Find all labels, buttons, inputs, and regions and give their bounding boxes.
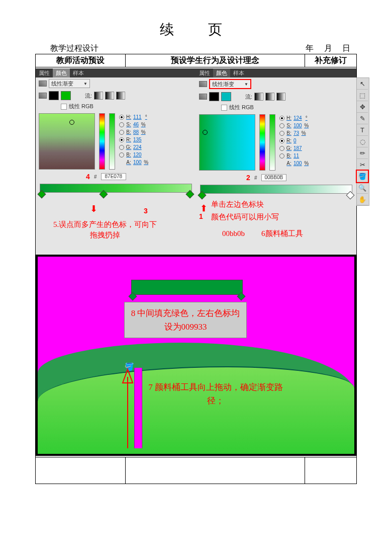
hex-input[interactable]: 00BB0B <box>261 174 286 181</box>
radio-h[interactable] <box>119 115 124 120</box>
linear-row: 线性 RGB <box>36 102 196 111</box>
gradient-preview-bar[interactable] <box>131 280 243 295</box>
hex-row: 2 # 00BB0B <box>196 173 356 183</box>
radio-b2[interactable] <box>119 152 124 157</box>
up-arrow-icon: ⬇ <box>200 202 208 213</box>
tool-zoom[interactable]: 🔍 <box>357 182 368 194</box>
tool-ellipse[interactable]: ◌ <box>357 136 368 147</box>
color-stop[interactable] <box>198 191 207 200</box>
header-date: 年 月 日 <box>306 43 354 54</box>
color-panel-right: 属性 颜色 样本 线性渐变▼ 流: <box>196 68 356 255</box>
swatch-cyan[interactable] <box>221 92 231 101</box>
flow-3[interactable] <box>276 93 285 101</box>
flow-1[interactable] <box>254 93 263 101</box>
gradient-type-dropdown[interactable]: 线性渐变▼ <box>49 79 90 88</box>
radio-r[interactable] <box>279 138 284 143</box>
tab-properties[interactable]: 属性 <box>36 68 53 77</box>
hue-slider[interactable] <box>99 113 105 170</box>
color-stop[interactable] <box>38 190 46 199</box>
linear-checkbox[interactable] <box>221 105 227 111</box>
tab-color[interactable]: 颜色 <box>53 68 70 77</box>
tool-hand[interactable]: ✋ <box>357 194 368 205</box>
anno-r-text2: 颜色代码可以用小写 <box>211 212 279 222</box>
radio-h[interactable] <box>279 116 284 121</box>
value-readouts: H:111° S:46% B:88% R:135 G:224 B:120 A:1… <box>119 113 193 170</box>
tab-properties[interactable]: 属性 <box>196 68 213 77</box>
anno-1-num: 1 <box>199 212 203 220</box>
radio-b[interactable] <box>279 131 284 136</box>
swatch-black[interactable] <box>49 91 59 100</box>
tab-swatches[interactable]: 样本 <box>70 68 87 77</box>
radio-g[interactable] <box>279 146 284 151</box>
swatch-row: 流: <box>196 91 356 103</box>
color-stop[interactable] <box>186 190 194 199</box>
callout-8: 8 中间填充绿色，左右色标均设为009933 <box>124 302 247 338</box>
flow-1[interactable] <box>94 92 103 100</box>
color-stop[interactable] <box>346 191 355 200</box>
pencil-icon <box>39 93 47 99</box>
anno-4: 4 <box>86 173 90 181</box>
tool-pencil[interactable]: ✏ <box>357 147 368 159</box>
anno-2: 2 <box>246 174 250 182</box>
header-row: 教学过程设计 年 月 日 <box>35 43 357 54</box>
picker-row: H:124° S:100% B:73% R:0 G:187 B:11 A:100… <box>196 112 356 173</box>
radio-b[interactable] <box>119 130 124 135</box>
brush-icon <box>39 81 47 87</box>
panel-tabs: 属性 颜色 样本 <box>196 68 356 77</box>
radio-s[interactable] <box>119 122 124 127</box>
hex-input[interactable]: 87E078 <box>101 173 126 180</box>
tool-text[interactable]: T <box>357 124 368 136</box>
page-title: 续 页 <box>35 20 357 39</box>
col-1: 教师活动预设 <box>36 54 126 67</box>
color-field[interactable] <box>199 114 255 171</box>
sat-slider[interactable] <box>109 113 115 170</box>
linear-label: 线性 RGB <box>229 104 254 111</box>
picker-cursor-icon <box>203 130 208 135</box>
flow-2[interactable] <box>265 93 274 101</box>
gradient-type-dropdown[interactable]: 线性渐变▼ <box>209 79 251 89</box>
tool-select[interactable]: ↖ <box>357 78 368 90</box>
brush-icon <box>199 81 207 87</box>
column-headers: 教师活动预设 预设学生行为及设计理念 补充修订 <box>36 54 357 67</box>
anno-r-text4: 6颜料桶工具 <box>261 228 303 239</box>
tab-color[interactable]: 颜色 <box>213 68 230 77</box>
swatch-black[interactable] <box>209 92 219 101</box>
hue-slider[interactable] <box>259 114 265 171</box>
col-3: 补充修订 <box>305 54 357 67</box>
picker-cursor-icon <box>69 120 74 125</box>
page: 续 页 教学过程设计 年 月 日 教师活动预设 预设学生行为及设计理念 补充修订… <box>0 0 392 555</box>
anno-3: 3 <box>144 207 148 215</box>
layout-table: 教师活动预设 预设学生行为及设计理念 补充修订 属性 颜色 样本 <box>35 54 357 484</box>
tool-bucket[interactable]: 🪣 <box>357 171 368 182</box>
linear-checkbox[interactable] <box>61 104 67 110</box>
color-field[interactable] <box>39 113 95 170</box>
gradient-strip[interactable] <box>40 184 192 193</box>
radio-r[interactable] <box>119 137 124 142</box>
tab-swatches[interactable]: 样本 <box>230 68 247 77</box>
anno-5-text: 5.误点而多产生的色标，可向下拖拽扔掉 <box>50 219 160 241</box>
drag-path-indicator <box>134 368 142 448</box>
color-stop[interactable] <box>100 190 108 199</box>
flow-2[interactable] <box>105 92 114 100</box>
down-arrow-icon: ⬇ <box>90 203 97 214</box>
flow-label: 流: <box>245 93 252 101</box>
flow-3[interactable] <box>116 92 125 100</box>
empty-row <box>36 457 357 484</box>
hex-row: 4 # 87E078 <box>36 172 196 182</box>
tool-rect[interactable]: ⬚ <box>357 90 368 101</box>
flow-label: 流: <box>85 92 92 100</box>
tool-transform[interactable]: ✥ <box>357 101 368 113</box>
radio-g[interactable] <box>119 145 124 150</box>
header-label: 教学过程设计 <box>50 43 99 54</box>
swatch-green[interactable] <box>61 91 71 100</box>
pencil-icon <box>199 94 207 100</box>
radio-b2[interactable] <box>279 153 284 158</box>
tool-pen[interactable]: ✎ <box>357 113 368 124</box>
swatch-row: 流: <box>36 90 196 102</box>
sat-slider[interactable] <box>269 114 275 171</box>
radio-s[interactable] <box>279 123 284 128</box>
gradient-strip[interactable] <box>200 185 352 194</box>
tool-scissors[interactable]: ✂ <box>357 159 368 171</box>
type-row: 线性渐变▼ <box>196 77 356 91</box>
col-2: 预设学生行为及设计理念 <box>126 54 305 67</box>
